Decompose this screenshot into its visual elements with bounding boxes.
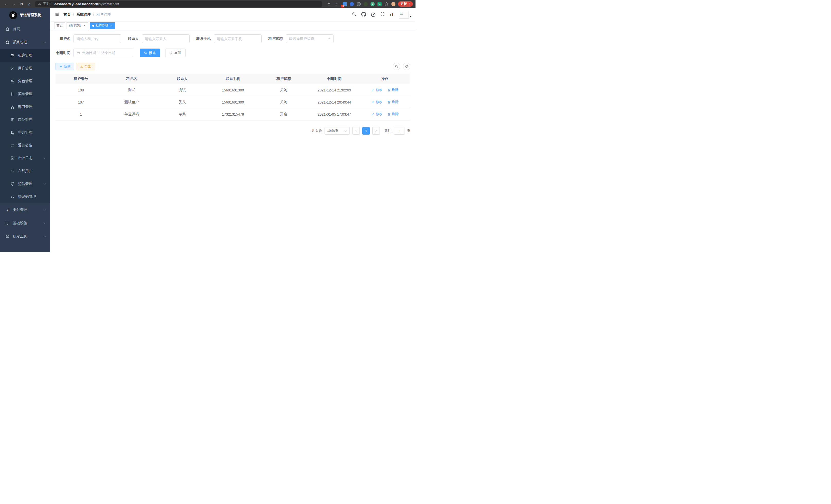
- chevron-down-icon: [43, 157, 46, 160]
- delete-button[interactable]: 删除: [388, 112, 399, 116]
- app-logo[interactable]: 芋道管理系统: [0, 8, 50, 22]
- sidebar-item-user[interactable]: 用户管理: [0, 62, 50, 75]
- goto-page-input[interactable]: [394, 127, 404, 135]
- sidebar-item-dict[interactable]: 字典管理: [0, 126, 50, 139]
- sidebar-item-error-code[interactable]: 错误码管理: [0, 190, 50, 203]
- delete-button[interactable]: 删除: [388, 100, 399, 104]
- github-button[interactable]: [361, 12, 366, 18]
- sidebar-item-audit-log[interactable]: 审计日志: [0, 152, 50, 165]
- book-icon: [10, 130, 15, 135]
- tag-dept[interactable]: 部门管理 ×: [66, 22, 88, 29]
- extension-icon[interactable]: [350, 2, 354, 6]
- extension-icon[interactable]: [364, 2, 368, 6]
- chevron-down-icon: [43, 222, 46, 225]
- page-number-button[interactable]: 1: [362, 127, 370, 135]
- sidebar-item-label: 通知公告: [18, 143, 46, 148]
- contact-input[interactable]: [142, 34, 190, 43]
- edit-label: 修改: [376, 88, 382, 92]
- col-created: 创建时间: [309, 74, 360, 84]
- edit-label: 修改: [376, 100, 382, 104]
- sidebar-item-dept[interactable]: 部门管理: [0, 100, 50, 113]
- sidebar-toggle-button[interactable]: [55, 12, 59, 17]
- sidebar-item-payment[interactable]: ¥ 支付管理: [0, 203, 50, 216]
- browser-home-button[interactable]: ⌂: [26, 1, 33, 7]
- sidebar-item-devtools[interactable]: 研发工具: [0, 230, 50, 243]
- vue-devtools-icon[interactable]: V: [371, 2, 375, 6]
- tag-tenant[interactable]: 租户管理 ×: [90, 22, 115, 29]
- close-icon[interactable]: ×: [109, 24, 113, 28]
- search-button[interactable]: 搜索: [140, 49, 160, 57]
- sidebar-item-label: 在线用户: [18, 169, 46, 173]
- pagination-total: 共 3 条: [312, 128, 322, 133]
- chevron-up-icon: [43, 41, 46, 44]
- create-time-range-picker[interactable]: 开始日期 - 结束日期: [74, 49, 133, 57]
- sidebar-item-system[interactable]: 系统管理: [0, 36, 50, 49]
- sidebar-item-notice[interactable]: 通知公告: [0, 139, 50, 152]
- address-bar[interactable]: 不安全 dashboard.yudao.iocoder.cn/system/te…: [35, 1, 322, 7]
- user-avatar-menu[interactable]: ▾: [399, 11, 411, 19]
- gear-icon: [5, 40, 9, 45]
- profile-avatar[interactable]: [391, 2, 396, 6]
- status-select[interactable]: 请选择租户状态: [286, 34, 334, 43]
- bookmark-button[interactable]: ☆: [333, 1, 340, 7]
- reset-button[interactable]: 重置: [165, 49, 185, 57]
- sidebar-item-home[interactable]: 首页: [0, 22, 50, 36]
- refresh-table-button[interactable]: [403, 63, 410, 70]
- next-page-button[interactable]: [372, 127, 380, 135]
- sidebar-item-label: 短信管理: [18, 182, 40, 186]
- browser-reload-button[interactable]: ↻: [18, 1, 25, 7]
- tag-home[interactable]: 首页: [54, 22, 65, 29]
- tenant-name-input[interactable]: [74, 34, 121, 43]
- search-button-label: 搜索: [149, 51, 156, 55]
- fullscreen-button[interactable]: [380, 12, 385, 18]
- close-icon[interactable]: ×: [83, 24, 86, 28]
- header-search-button[interactable]: [352, 12, 356, 18]
- cell-actions: 修改 删除: [360, 84, 410, 96]
- sidebar-item-online-users[interactable]: 在线用户: [0, 165, 50, 178]
- select-placeholder: 请选择租户状态: [289, 36, 314, 41]
- message-icon: [10, 143, 15, 147]
- search-icon: [395, 65, 398, 68]
- edit-button[interactable]: 修改: [371, 88, 382, 92]
- breadcrumb-separator: /: [93, 12, 94, 17]
- browser-menu-icon[interactable]: ⋮: [408, 2, 411, 6]
- cell-actions: 修改 删除: [360, 108, 410, 120]
- users-icon: [10, 53, 15, 58]
- cell-mobile: 17321315478: [208, 108, 258, 120]
- browser-forward-button[interactable]: →: [10, 1, 18, 7]
- export-button[interactable]: 导出: [77, 63, 95, 70]
- browser-back-button[interactable]: ←: [3, 1, 10, 7]
- sidebar-item-label: 研发工具: [13, 234, 40, 239]
- sidebar-item-menu[interactable]: 菜单管理: [0, 88, 50, 100]
- sidebar-item-sms[interactable]: 短信管理: [0, 178, 50, 190]
- breadcrumb-home[interactable]: 首页: [63, 12, 71, 17]
- sidebar-item-role[interactable]: 角色管理: [0, 75, 50, 88]
- browser-update-button[interactable]: 更新 ⋮: [398, 1, 413, 7]
- status-label: 租户状态: [268, 36, 283, 41]
- badge-icon: [10, 118, 15, 122]
- breadcrumb-system[interactable]: 系统管理: [76, 12, 91, 17]
- show-search-button[interactable]: [393, 63, 400, 70]
- sidebar-item-post[interactable]: 岗位管理: [0, 113, 50, 126]
- plus-icon: [59, 65, 62, 68]
- sidebar-item-tenant[interactable]: 租户管理: [0, 49, 50, 62]
- extension-icon[interactable]: G: [377, 2, 381, 6]
- sidebar-item-label: 系统管理: [13, 40, 40, 45]
- help-button[interactable]: ?: [371, 12, 375, 17]
- font-size-button[interactable]: TT: [390, 12, 394, 17]
- delete-button[interactable]: 删除: [388, 88, 399, 92]
- extension-icon[interactable]: [357, 2, 361, 6]
- extension-icon[interactable]: 10: [343, 2, 347, 6]
- extensions-puzzle-icon[interactable]: [384, 2, 389, 6]
- edit-button[interactable]: 修改: [371, 112, 382, 116]
- cube-icon: [5, 235, 9, 239]
- edit-button[interactable]: 修改: [371, 100, 382, 104]
- add-button[interactable]: 新增: [56, 63, 74, 70]
- date-start-placeholder: 开始日期: [82, 51, 96, 55]
- page-size-select[interactable]: 10条/页: [324, 127, 350, 135]
- cell-actions: 修改 删除: [360, 96, 410, 108]
- mobile-input[interactable]: [214, 34, 262, 43]
- share-button[interactable]: [325, 1, 333, 7]
- prev-page-button[interactable]: [352, 127, 360, 135]
- sidebar-item-infrastructure[interactable]: 基础设施: [0, 216, 50, 230]
